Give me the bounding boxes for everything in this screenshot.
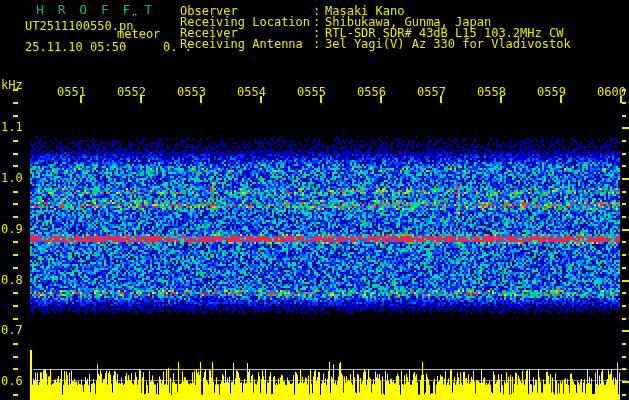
- time-tick: [200, 96, 202, 103]
- freq-minor-tick-right: [622, 89, 626, 91]
- info-label: Receiving Antenna: [180, 39, 313, 50]
- file-id-dots: ¨: [131, 13, 138, 25]
- freq-minor-tick-right: [622, 115, 626, 117]
- time-tick: [620, 96, 622, 103]
- time-tick: [140, 96, 142, 103]
- freq-minor-tick-right: [622, 254, 626, 256]
- freq-label: 0.9: [1, 223, 23, 235]
- freq-minor-tick-right: [622, 368, 626, 370]
- freq-minor-tick-right: [622, 216, 626, 218]
- freq-minor-tick-right: [622, 356, 626, 358]
- hrofft-screen: H R O F F T UT2511100550.pn ¨ meteor 25.…: [0, 0, 629, 400]
- freq-minor-tick-right: [622, 292, 626, 294]
- freq-minor-tick-left: [13, 89, 18, 91]
- time-tick: [380, 96, 382, 103]
- spectrogram-canvas: [0, 0, 629, 400]
- freq-major-tick-right: [622, 280, 629, 282]
- mode-label: meteor: [117, 28, 160, 40]
- freq-minor-tick-left: [13, 191, 18, 193]
- time-tick: [440, 96, 442, 103]
- freq-minor-tick-left: [13, 394, 18, 396]
- freq-minor-tick-right: [622, 318, 626, 320]
- freq-major-tick-right: [622, 381, 629, 383]
- time-tick: [260, 96, 262, 103]
- freq-minor-tick-right: [622, 305, 626, 307]
- freq-minor-tick-left: [13, 343, 18, 345]
- info-row-antenna: Receiving Antenna : 3el Yagi(V) Az 330 f…: [180, 39, 571, 50]
- freq-minor-tick-left: [13, 305, 18, 307]
- time-tick: [80, 96, 82, 103]
- freq-minor-tick-left: [13, 292, 18, 294]
- freq-minor-tick-left: [13, 102, 18, 104]
- freq-minor-tick-right: [622, 394, 626, 396]
- freq-minor-tick-right: [622, 241, 626, 243]
- freq-minor-tick-left: [13, 140, 18, 142]
- freq-minor-tick-left: [13, 165, 18, 167]
- freq-minor-tick-left: [13, 203, 18, 205]
- freq-label: 1.0: [1, 172, 23, 184]
- freq-unit-label: kHz: [1, 79, 23, 91]
- freq-minor-tick-left: [13, 267, 18, 269]
- freq-major-tick-right: [622, 127, 629, 129]
- info-value: 3el Yagi(V) Az 330 for Vladivostok: [325, 39, 571, 50]
- freq-label: 1.1: [1, 121, 23, 133]
- time-tick: [500, 96, 502, 103]
- freq-label: 0.6: [1, 375, 23, 387]
- freq-major-tick-right: [622, 178, 629, 180]
- time-tick: [320, 96, 322, 103]
- freq-minor-tick-right: [622, 191, 626, 193]
- freq-minor-tick-left: [13, 254, 18, 256]
- freq-minor-tick-left: [13, 356, 18, 358]
- freq-label: 0.8: [1, 274, 23, 286]
- freq-major-tick-right: [622, 330, 629, 332]
- freq-minor-tick-right: [622, 140, 626, 142]
- freq-label: 0.7: [1, 324, 23, 336]
- freq-minor-tick-left: [13, 153, 18, 155]
- freq-minor-tick-right: [622, 153, 626, 155]
- freq-minor-tick-right: [622, 267, 626, 269]
- datetime-label: 25.11.10 05:50: [25, 41, 126, 53]
- freq-minor-tick-right: [622, 165, 626, 167]
- freq-minor-tick-left: [13, 115, 18, 117]
- info-separator: :: [313, 39, 325, 50]
- freq-minor-tick-left: [13, 241, 18, 243]
- freq-minor-tick-right: [622, 102, 626, 104]
- time-tick: [560, 96, 562, 103]
- freq-minor-tick-left: [13, 368, 18, 370]
- freq-minor-tick-right: [622, 203, 626, 205]
- freq-minor-tick-right: [622, 343, 626, 345]
- station-info: Observer : Masaki Kano Receiving Locatio…: [180, 6, 571, 50]
- freq-minor-tick-left: [13, 318, 18, 320]
- freq-minor-tick-left: [13, 216, 18, 218]
- freq-major-tick-right: [622, 229, 629, 231]
